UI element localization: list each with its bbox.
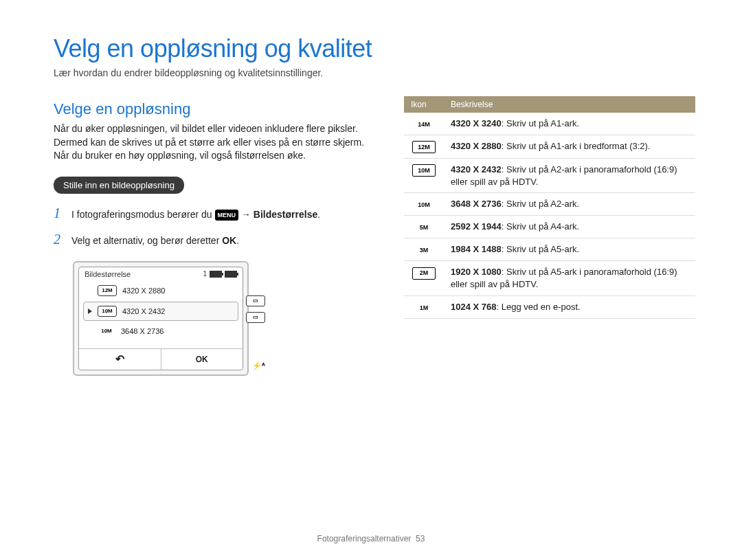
footer-section: Fotograferingsalternativer [317, 534, 412, 544]
res-size-icon: 12M [412, 141, 436, 153]
section-paragraph: Når du øker oppløsningen, vil bildet ell… [54, 122, 376, 163]
res-size-icon: 12M [98, 285, 117, 296]
step-1: 1 I fotograferingsmodus berører du MENU … [54, 203, 376, 223]
table-row: 2M1920 X 1080: Skriv ut på A5-ark i pano… [404, 261, 695, 295]
cam-res-option[interactable]: 10M3648 X 2736 [83, 322, 238, 340]
res-size-icon: 1M [414, 302, 434, 313]
back-button[interactable]: ↶ [79, 349, 161, 370]
menu-icon: MENU [215, 210, 239, 221]
table-row: 10M3648 X 2736: Skriv ut på A2-ark. [404, 193, 695, 216]
page-title: Velg en oppløsning og kvalitet [54, 34, 695, 63]
res-dimensions: 1024 X 768 [451, 302, 497, 312]
table-row: 10M4320 X 2432: Skriv ut på A2-ark i pan… [404, 159, 695, 193]
camera-screenshot: Bildestørrelse 1 12M4320 X 288010M4320 X… [73, 261, 249, 376]
flash-indicator: ⚡ᴬ [252, 361, 265, 370]
table-row: 1M1024 X 768: Legg ved en e-post. [404, 295, 695, 318]
cam-res-label: 4320 X 2432 [122, 307, 165, 315]
res-description: : Skriv ut på A2-ark. [502, 199, 579, 209]
subsection-pill: Stille inn en bildeoppløsning [54, 177, 184, 194]
res-size-icon: 10M [98, 306, 117, 317]
res-description: : Skriv ut på A4-ark. [502, 221, 579, 232]
res-description: : Legg ved en e-post. [497, 302, 581, 312]
step-number: 1 [54, 203, 65, 223]
res-dimensions: 3648 X 2736 [451, 199, 502, 209]
selection-caret-icon [88, 309, 92, 314]
battery-icon [225, 271, 237, 278]
res-dimensions: 2592 X 1944 [451, 221, 502, 232]
footer-page-number: 53 [416, 534, 425, 544]
step-1-text-pre: I fotograferingsmodus berører du [71, 209, 215, 220]
side-res-icon: ▭ [246, 312, 265, 323]
res-size-icon: 5M [414, 222, 434, 233]
res-dimensions: 4320 X 2432 [451, 164, 502, 175]
res-dimensions: 1984 X 1488 [451, 244, 502, 254]
table-header-icon: Ikon [404, 96, 444, 113]
table-row: 14M4320 X 3240: Skriv ut på A1-ark. [404, 113, 695, 135]
res-dimensions: 4320 X 3240 [451, 118, 502, 128]
res-size-icon: 3M [414, 245, 434, 256]
cam-shot-count: 1 [203, 270, 207, 278]
resolution-table: Ikon Beskrivelse 14M4320 X 3240: Skriv u… [404, 96, 695, 319]
step-1-bold: Bildestørrelse [254, 209, 317, 220]
res-description: : Skriv ut på A1-ark. [502, 118, 579, 128]
table-row: 3M1984 X 1488: Skriv ut på A5-ark. [404, 238, 695, 261]
step-2-text-pre: Velg et alternativ, og berør deretter [71, 235, 222, 246]
step-2: 2 Velg et alternativ, og berør deretter … [54, 229, 376, 249]
res-description: : Skriv ut på A1-ark i bredformat (3:2). [502, 141, 651, 151]
cam-res-option[interactable]: 10M4320 X 2432 [83, 302, 238, 321]
res-dimensions: 4320 X 2880 [451, 141, 502, 151]
res-dimensions: 1920 X 1080 [451, 267, 502, 277]
cam-res-option[interactable]: 12M4320 X 2880 [83, 281, 238, 300]
page-subtitle: Lær hvordan du endrer bildeoppløsning og… [54, 67, 695, 78]
battery-icon [210, 271, 222, 278]
table-header-desc: Beskrivelse [444, 96, 695, 113]
section-heading: Velge en oppløsning [54, 100, 376, 118]
step-1-arrow: → [241, 209, 254, 220]
side-res-icon: ▭ [246, 295, 265, 306]
ok-button[interactable]: OK [161, 349, 243, 370]
res-description: : Skriv ut på A5-ark. [502, 244, 579, 254]
table-row: 12M4320 X 2880: Skriv ut på A1-ark i bre… [404, 135, 695, 159]
table-row: 5M2592 X 1944: Skriv ut på A4-ark. [404, 216, 695, 238]
ok-icon: OK [222, 235, 236, 246]
res-size-icon: 2M [412, 267, 436, 280]
res-size-icon: 10M [414, 199, 434, 210]
res-size-icon: 14M [414, 119, 434, 130]
step-number: 2 [54, 229, 65, 249]
page-footer: Fotograferingsalternativer 53 [0, 534, 742, 544]
cam-title: Bildestørrelse [85, 270, 131, 278]
res-size-icon: 10M [98, 326, 115, 336]
cam-res-label: 4320 X 2880 [122, 287, 165, 295]
res-size-icon: 10M [412, 164, 436, 177]
cam-res-label: 3648 X 2736 [121, 327, 164, 335]
